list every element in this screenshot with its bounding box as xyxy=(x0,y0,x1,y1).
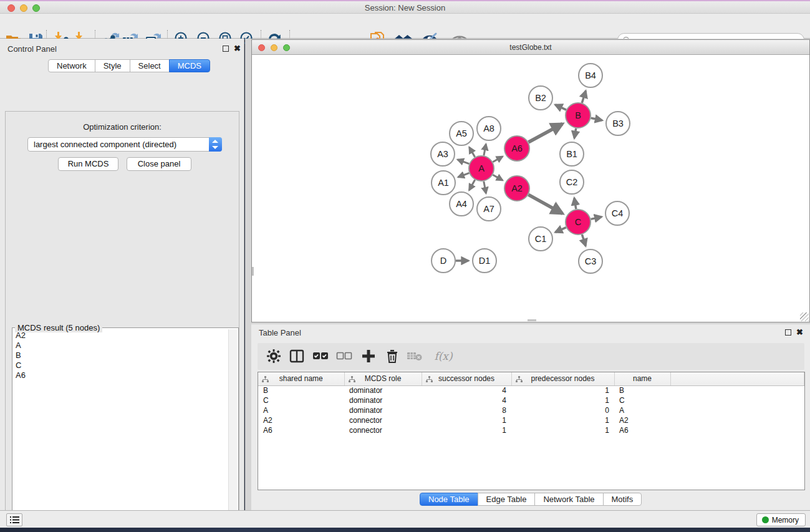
window-resize-grip[interactable] xyxy=(800,312,809,321)
graph-edge-B-B1[interactable] xyxy=(574,128,576,138)
column-header-shared-name[interactable]: shared name xyxy=(258,372,344,385)
graph-node-A4[interactable]: A4 xyxy=(450,192,473,216)
graph-edge-A-A2[interactable] xyxy=(493,175,503,180)
table-cell[interactable]: connector xyxy=(344,425,422,435)
table-cell[interactable]: A6 xyxy=(258,425,344,435)
node-table[interactable]: shared nameMCDS rolesuccessor nodesprede… xyxy=(258,372,805,490)
graph-node-C4[interactable]: C4 xyxy=(605,201,629,225)
run-mcds-button[interactable]: Run MCDS xyxy=(58,157,118,171)
result-scrollbar[interactable] xyxy=(228,329,237,532)
table-cell[interactable]: A2 xyxy=(258,415,344,425)
float-panel-icon[interactable] xyxy=(223,46,229,52)
table-cell[interactable]: 1 xyxy=(422,425,511,435)
column-header-name[interactable]: name xyxy=(614,372,670,385)
graph-node-A2[interactable]: A2 xyxy=(504,176,529,201)
graph-edge-C-C1[interactable] xyxy=(556,228,566,233)
table-tab-motifs[interactable]: Motifs xyxy=(603,493,642,506)
table-close-icon[interactable]: ✖ xyxy=(796,329,803,336)
table-tab-network-table[interactable]: Network Table xyxy=(534,493,603,506)
graph-node-B3[interactable]: B3 xyxy=(606,112,630,135)
mcds-result-item[interactable]: C xyxy=(13,360,228,370)
delete-icon[interactable] xyxy=(383,347,401,365)
table-cell[interactable]: 8 xyxy=(422,405,511,415)
graph-edge-A-A3[interactable] xyxy=(458,160,470,164)
graph-edge-B-B3[interactable] xyxy=(591,118,602,120)
tab-select[interactable]: Select xyxy=(130,59,170,72)
graph-node-A6[interactable]: A6 xyxy=(504,136,529,161)
graph-node-C3[interactable]: C3 xyxy=(579,249,602,273)
graph-edge-A-A4[interactable] xyxy=(469,180,475,190)
table-cell[interactable]: 1 xyxy=(422,415,511,425)
graph-edge-C-C2[interactable] xyxy=(574,198,576,210)
close-panel-icon[interactable]: ✖ xyxy=(234,45,241,52)
graph-node-A8[interactable]: A8 xyxy=(477,117,501,140)
mcds-result-item[interactable]: A xyxy=(13,341,228,351)
graph-node-D[interactable]: D xyxy=(432,249,455,273)
table-cell[interactable]: B xyxy=(258,385,344,395)
network-canvas[interactable]: AA2A6BCA1A3A4A5A7A8B1B2B3B4C1C2C3C4DD1 xyxy=(252,56,809,322)
table-cell[interactable]: C xyxy=(614,395,670,405)
graph-edge-A-A8[interactable] xyxy=(484,144,486,155)
mcds-result-item[interactable]: A6 xyxy=(13,370,228,380)
tab-style[interactable]: Style xyxy=(95,59,130,72)
table-cell[interactable]: A2 xyxy=(614,415,670,425)
close-panel-button[interactable]: Close panel xyxy=(127,157,191,171)
graph-node-A5[interactable]: A5 xyxy=(450,122,473,145)
memory-button[interactable]: Memory xyxy=(756,513,806,526)
table-cell[interactable]: C xyxy=(258,395,344,405)
graph-node-C[interactable]: C xyxy=(566,210,591,235)
table-cell[interactable]: B xyxy=(614,385,670,395)
graph-edge-A-A1[interactable] xyxy=(458,173,470,177)
add-icon[interactable] xyxy=(360,347,377,365)
table-cell[interactable]: 4 xyxy=(422,385,511,395)
graph-node-B2[interactable]: B2 xyxy=(529,86,552,110)
table-cell[interactable]: 1 xyxy=(511,395,614,405)
criterion-dropdown[interactable]: largest connected component (directed) xyxy=(27,137,222,152)
graph-node-C2[interactable]: C2 xyxy=(560,170,584,194)
graph-edge-B-B2[interactable] xyxy=(555,105,566,110)
table-row[interactable]: Cdominator41C xyxy=(258,395,804,405)
function-builder-icon[interactable]: f(x) xyxy=(430,347,456,365)
table-cell[interactable]: connector xyxy=(344,415,422,425)
table-cell[interactable]: 0 xyxy=(511,405,614,415)
graph-edge-C-C3[interactable] xyxy=(582,235,586,246)
table-cell[interactable]: 1 xyxy=(511,425,614,435)
graph-node-A7[interactable]: A7 xyxy=(477,197,501,221)
table-cell[interactable]: dominator xyxy=(344,405,422,415)
mcds-result-item[interactable]: A2 xyxy=(13,331,228,341)
column-header-predecessor-nodes[interactable]: predecessor nodes xyxy=(511,372,614,385)
table-float-icon[interactable] xyxy=(785,329,791,336)
graph-edge-A2-C[interactable] xyxy=(528,195,562,213)
graph-node-B1[interactable]: B1 xyxy=(560,142,584,166)
table-row[interactable]: Adominator80A xyxy=(258,405,804,415)
split-columns-icon[interactable] xyxy=(288,347,306,365)
table-tab-edge-table[interactable]: Edge Table xyxy=(478,493,536,506)
table-cell[interactable]: A6 xyxy=(614,425,670,435)
graph-edge-B-B4[interactable] xyxy=(582,91,586,103)
table-cell[interactable]: 4 xyxy=(422,395,511,405)
table-cell[interactable]: 1 xyxy=(511,385,614,395)
tab-network[interactable]: Network xyxy=(48,59,95,72)
delete-table-icon[interactable] xyxy=(406,347,423,365)
select-all-icon[interactable] xyxy=(312,347,329,365)
graph-node-C1[interactable]: C1 xyxy=(529,227,552,251)
graph-node-B4[interactable]: B4 xyxy=(579,64,602,87)
graph-node-A3[interactable]: A3 xyxy=(431,142,455,166)
task-history-button[interactable] xyxy=(6,513,22,526)
graph-edge-C-C4[interactable] xyxy=(591,217,602,220)
graph-node-A[interactable]: A xyxy=(469,156,494,181)
tab-mcds[interactable]: MCDS xyxy=(169,59,210,72)
graph-edge-A-A6[interactable] xyxy=(493,157,503,162)
table-cell[interactable]: A xyxy=(614,405,670,415)
network-graph[interactable]: AA2A6BCA1A3A4A5A7A8B1B2B3B4C1C2C3C4DD1 xyxy=(252,56,809,322)
table-tab-node-table[interactable]: Node Table xyxy=(420,493,478,506)
graph-edge-A-A5[interactable] xyxy=(470,147,475,157)
graph-node-A1[interactable]: A1 xyxy=(432,171,455,195)
graph-node-D1[interactable]: D1 xyxy=(473,249,496,273)
column-header-successor-nodes[interactable]: successor nodes xyxy=(422,372,511,385)
table-row[interactable]: A2connector11A2 xyxy=(258,415,804,425)
table-cell[interactable]: dominator xyxy=(344,395,422,405)
network-window-titlebar[interactable]: testGlobe.txt xyxy=(252,40,809,55)
graph-edge-A-A7[interactable] xyxy=(484,181,486,193)
graph-edge-A6-B[interactable] xyxy=(529,124,563,143)
